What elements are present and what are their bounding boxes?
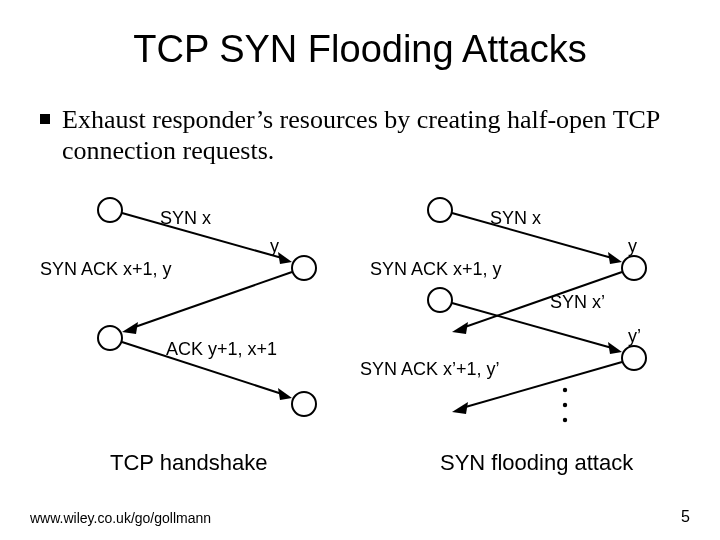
label-syn-x-prime: SYN x’: [550, 292, 605, 312]
label-y: y: [270, 236, 279, 256]
arrowhead-icon: [278, 252, 292, 264]
bullet-marker-icon: [40, 114, 50, 124]
label-y-prime: y’: [628, 326, 641, 346]
node-icon: [428, 288, 452, 312]
dot-icon: [563, 403, 567, 407]
label-syn-ack: SYN ACK x+1, y: [40, 259, 172, 279]
label-syn-ack-prime: SYN ACK x’+1, y’: [360, 359, 500, 379]
arrowhead-icon: [608, 342, 622, 354]
handshake-diagram: SYN x y SYN ACK x+1, y ACK y+1, x+1 SYN …: [0, 180, 720, 480]
bullet-text: Exhaust responder’s resources by creatin…: [62, 105, 659, 165]
bullet-item: Exhaust responder’s resources by creatin…: [62, 104, 670, 166]
arrowhead-icon: [452, 402, 468, 414]
node-icon: [622, 346, 646, 370]
label-syn-ack-r: SYN ACK x+1, y: [370, 259, 502, 279]
arrowhead-icon: [608, 252, 622, 264]
arrowhead-icon: [122, 322, 138, 334]
node-icon: [292, 392, 316, 416]
caption-tcp-handshake: TCP handshake: [110, 450, 267, 476]
dot-icon: [563, 418, 567, 422]
dot-icon: [563, 388, 567, 392]
arrowhead-icon: [452, 322, 468, 334]
caption-syn-flooding: SYN flooding attack: [440, 450, 633, 476]
label-y-r: y: [628, 236, 637, 256]
arrow-line: [132, 272, 292, 328]
arrowhead-icon: [278, 388, 292, 400]
node-icon: [98, 198, 122, 222]
node-icon: [292, 256, 316, 280]
node-icon: [98, 326, 122, 350]
node-icon: [622, 256, 646, 280]
slide: TCP SYN Flooding Attacks Exhaust respond…: [0, 0, 720, 540]
footer-url: www.wiley.co.uk/go/gollmann: [30, 510, 211, 526]
label-ack: ACK y+1, x+1: [166, 339, 277, 359]
page-number: 5: [681, 508, 690, 526]
node-icon: [428, 198, 452, 222]
slide-title: TCP SYN Flooding Attacks: [0, 28, 720, 71]
